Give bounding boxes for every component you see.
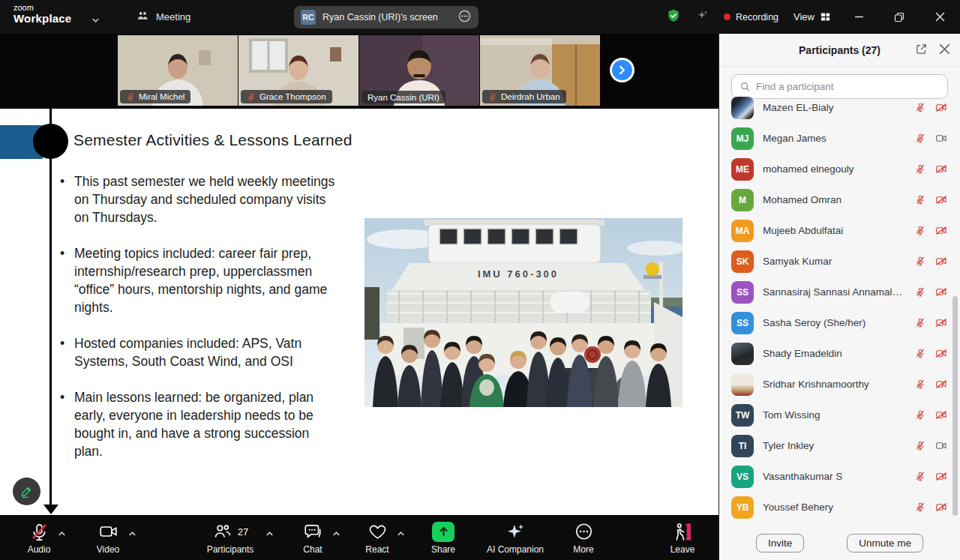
chevron-up-icon[interactable] [332, 526, 340, 540]
leave-button[interactable]: Leave [650, 515, 716, 560]
search-input[interactable] [756, 81, 940, 92]
avatar: SS [731, 281, 754, 304]
participant-row[interactable]: SSSasha Seroy (She/her) [719, 307, 960, 338]
mic-muted-icon [915, 409, 926, 421]
view-button[interactable]: View [794, 11, 831, 22]
participant-row[interactable]: Sridhar Krishnamoorthy [719, 369, 960, 400]
video-nameplate: Grace Thompson [241, 90, 332, 103]
mic-muted-icon [915, 133, 926, 144]
participant-row[interactable]: MEmohamed elnegouly [719, 154, 960, 184]
participant-row[interactable]: TITyler Inkley [719, 430, 960, 461]
meeting-toolbar: Audio Video27 Participants Chat React Sh… [0, 515, 718, 560]
participant-row[interactable]: Shady Emadeldin [719, 338, 960, 369]
participant-row[interactable]: VSVasanthakumar S [719, 461, 960, 492]
minimize-button[interactable] [846, 0, 872, 34]
toolbar-label: React [344, 544, 411, 555]
video-off-icon [934, 102, 948, 113]
avatar [731, 97, 754, 119]
video-participant-name: Miral Michel [139, 92, 184, 101]
annotate-button[interactable] [13, 478, 40, 505]
participant-row[interactable]: MJMegan James [719, 123, 960, 154]
video-on-icon [934, 133, 948, 144]
ai-button[interactable]: AI Companion [466, 515, 564, 560]
security-shield-icon[interactable] [666, 8, 681, 26]
participant-name: Vasanthakumar S [763, 471, 906, 482]
unmute-me-button[interactable]: Unmute me [847, 534, 923, 553]
mic-muted-icon [915, 163, 926, 175]
participant-name: Sridhar Krishnamoorthy [763, 379, 906, 390]
panel-footer: Invite Unmute me [719, 526, 960, 560]
mic-muted-icon [915, 379, 926, 390]
panel-scrollbar[interactable] [952, 296, 958, 516]
meeting-people-icon [136, 10, 149, 24]
participant-name: Mohamed Omran [763, 194, 906, 205]
chat-button[interactable]: Chat [280, 515, 345, 560]
zoom-workplace-logo: zoom Workplace [14, 4, 71, 24]
participant-list: Mazen EL-Bialy MJMegan James MEmohamed e… [719, 97, 960, 526]
popout-icon[interactable] [915, 43, 928, 55]
participant-row[interactable]: SKSamyak Kumar [719, 246, 960, 277]
slide-bullet-list: This past semester we held weekly meetin… [58, 172, 338, 478]
participant-row[interactable]: YBYoussef Behery [719, 492, 960, 523]
chevron-up-icon[interactable] [266, 526, 274, 540]
mic-muted-icon [915, 225, 926, 236]
slide-bullet: Meeting topics included: career fair pre… [58, 244, 338, 316]
video-on-icon [934, 440, 948, 451]
participant-row[interactable]: TWTom Wissing [719, 400, 960, 430]
ellipsis-circle-icon[interactable] [458, 9, 472, 26]
participant-name: Mujeeb Abdulfatai [763, 225, 906, 236]
toolbar-label: More [551, 544, 616, 555]
video-off-icon [934, 225, 948, 236]
close-window-button[interactable] [927, 0, 952, 34]
tab-meeting[interactable]: Meeting [128, 0, 200, 34]
avatar: VS [731, 466, 754, 488]
next-videos-button[interactable] [610, 58, 634, 82]
more-button[interactable]: More [551, 515, 616, 560]
participant-name: mohamed elnegouly [763, 163, 906, 175]
toolbar-label: Leave [650, 544, 716, 555]
video-off-icon [934, 502, 948, 513]
audio-button[interactable]: Audio [8, 515, 70, 560]
mic-muted-icon [915, 348, 926, 359]
participant-name: Samyak Kumar [763, 256, 906, 267]
video-tile[interactable]: Ryan Cassin (URI) [359, 35, 479, 106]
slide-bullet: Hosted companies included: APS, Vatn Sys… [58, 334, 338, 370]
search-icon [740, 81, 751, 92]
share-icon [432, 522, 454, 542]
video-off-icon [934, 163, 948, 175]
chevron-up-icon[interactable] [128, 526, 136, 540]
shared-slide: Semester Activities & Lessons Learned Th… [0, 109, 718, 515]
video-tile[interactable]: Miral Michel [118, 35, 238, 106]
chevron-down-icon[interactable] [92, 13, 100, 26]
participant-name: Sasha Seroy (She/her) [763, 317, 906, 328]
participant-row[interactable]: Mazen EL-Bialy [719, 97, 960, 123]
shared-screen-pill[interactable]: RC Ryan Cassin (URI)'s screen [294, 6, 478, 28]
recording-indicator[interactable]: Recording [724, 12, 778, 22]
slide-title: Semester Activities & Lessons Learned [74, 131, 352, 149]
participant-search[interactable] [731, 74, 948, 99]
video-off-icon [934, 348, 948, 359]
react-button[interactable]: React [344, 515, 411, 560]
chevron-up-icon[interactable] [397, 526, 405, 540]
meeting-tab-label: Meeting [156, 11, 190, 22]
participant-row[interactable]: MMohamed Omran [719, 184, 960, 215]
participants-count: 27 [238, 526, 248, 538]
close-panel-icon[interactable] [939, 43, 950, 55]
participants-button[interactable]: 27 Participants [185, 515, 275, 560]
avatar: YB [731, 496, 754, 519]
video-off-icon [934, 286, 948, 298]
grid-view-icon [820, 11, 831, 22]
video-button[interactable]: Video [75, 515, 141, 560]
ai-companion-status-icon[interactable] [696, 9, 709, 25]
video-off-icon [934, 409, 948, 421]
mic-muted-icon [915, 194, 926, 205]
chevron-up-icon[interactable] [58, 526, 66, 540]
video-tile[interactable]: Grace Thompson [238, 35, 358, 106]
restore-button[interactable] [886, 0, 912, 34]
toolbar-label: Audio [8, 544, 70, 555]
participant-row[interactable]: SSSannasiraj Sannasi Annamalaisa... [719, 277, 960, 307]
video-tile[interactable]: Deirdrah Urban [480, 35, 600, 106]
mic-muted-icon [915, 317, 926, 328]
participant-row[interactable]: MAMujeeb Abdulfatai [719, 215, 960, 246]
invite-button[interactable]: Invite [756, 534, 804, 553]
